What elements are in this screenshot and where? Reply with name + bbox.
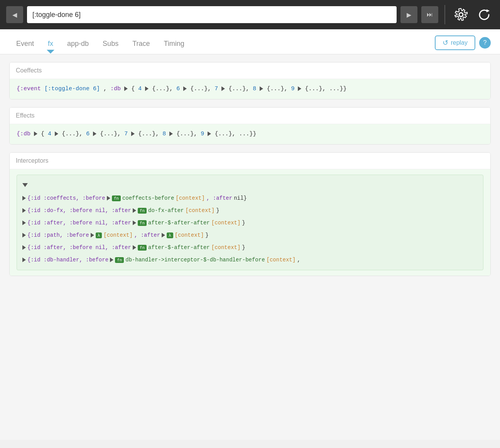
interceptor-4-before-expand[interactable] [91,233,94,237]
effects-7-expand[interactable] [131,131,135,136]
interceptor-6-before-expand[interactable] [110,258,113,262]
effects-header: Effects [10,108,490,124]
coeffects-body: {:event [:toggle-done 6] , :db { 4 {...}… [10,79,490,99]
interceptor-4-expand[interactable] [22,233,26,237]
tab-actions: ↺ replay ? [435,35,491,54]
effects-4-dots: {...}, [62,131,86,137]
content-area: Coeffects {:event [:toggle-done 6] , :db… [0,54,500,440]
interceptor-4-id: {:id :path, :before [27,232,89,238]
coeffects-6-dots: {...}, [190,86,215,92]
coeffects-4-expand[interactable] [145,86,149,91]
interceptor-1-before-expand[interactable] [107,196,110,200]
main-content: Event fx app-db Subs Trace Timing ↺ repl… [0,29,500,440]
interceptor-6-context: [context] [267,257,296,263]
toolbar-divider [444,5,445,24]
interceptor-6-expand[interactable] [22,258,26,262]
coeffects-7-dots: {...}, [228,86,253,92]
tabs-bar: Event fx app-db Subs Trace Timing ↺ repl… [0,29,500,54]
coeffects-9-expand[interactable] [298,86,301,91]
interceptor-3-after-expand[interactable] [133,221,136,225]
effects-4-expand[interactable] [55,131,58,136]
interceptors-collapse-icon[interactable] [22,183,28,187]
interceptor-2-expand[interactable] [22,208,26,213]
refresh-button[interactable] [475,5,494,24]
interceptor-2-fn-badge: fn [138,208,147,214]
effects-8-dots: {...}, [176,131,201,137]
interceptor-4-lambda2-badge: λ [167,232,173,238]
interceptor-4-close: } [205,232,208,238]
effects-9-expand[interactable] [208,131,211,136]
interceptor-row-2: {:id :do-fx, :before nil, :after fn do-f… [22,204,478,217]
event-input[interactable] [27,6,397,23]
interceptor-2-close: } [216,207,219,214]
interceptor-1-after: , :after [206,195,232,201]
coeffects-6-expand[interactable] [183,86,187,91]
coeffects-toggle-done: [:toggle-done 6] [44,86,100,92]
interceptor-4-after-kw: , :after [134,232,160,238]
effects-8-expand[interactable] [169,131,173,136]
interceptor-2-after-expand[interactable] [133,208,136,213]
tab-timing[interactable]: Timing [157,37,191,53]
coeffects-8-dots: {...}, [267,86,291,92]
tab-trace[interactable]: Trace [125,37,157,53]
coeffects-key-db: :db [110,86,121,92]
tab-subs[interactable]: Subs [96,37,125,53]
interceptors-header: Interceptors [10,153,490,169]
effects-body: {:db { 4 {...}, 6 {...}, 7 {...}, 8 {...… [10,124,490,144]
interceptor-6-id: {:id :db-handler, :before [27,257,108,263]
effects-9-dots: {...}, ...}} [215,131,256,137]
interceptor-1-id: {:id :coeffects, :before [27,195,105,201]
interceptor-4-context2: [context] [175,232,204,238]
interceptor-6-comma: , [297,257,300,263]
coeffects-8-expand[interactable] [260,86,263,91]
interceptor-3-expand[interactable] [22,221,26,225]
effects-6: 6 [86,131,90,137]
svg-marker-1 [486,9,490,12]
coeffects-header: Coeffects [10,62,490,79]
coeffects-panel: Coeffects {:event [:toggle-done 6] , :db… [9,62,491,99]
effects-panel: Effects {:db { 4 {...}, 6 {...}, 7 {...}… [9,107,491,145]
replay-button[interactable]: ↺ replay [435,35,475,50]
interceptor-5-expand[interactable] [22,245,26,250]
interceptor-1-expand[interactable] [22,196,26,200]
coeffects-comma: , [103,86,110,92]
interceptor-3-id: {:id :after, :before nil, :after [27,220,131,226]
effects-6-expand[interactable] [93,131,96,136]
effects-7: 7 [124,131,128,137]
interceptor-2-context: [context] [186,207,215,214]
effects-8: 8 [162,131,166,137]
play-button[interactable]: ▶ [400,6,417,23]
back-button[interactable]: ◀ [6,6,23,23]
interceptor-5-after-expand[interactable] [133,245,136,250]
interceptor-2-id: {:id :do-fx, :before nil, :after [27,207,131,214]
tab-fx[interactable]: fx [41,37,60,53]
toolbar: ◀ ▶ ⏭ [0,0,500,29]
interceptor-3-close: } [242,220,245,226]
interceptor-row-4: {:id :path, :before λ [context] , :after… [22,229,478,241]
coeffects-9: 9 [291,86,294,92]
interceptor-row-5: {:id :after, :before nil, :after fn afte… [22,241,478,254]
interceptors-list: {:id :coeffects, :before fn coeffects-be… [17,175,483,270]
coeffects-brace: { [131,86,135,92]
interceptor-1-fn-badge: fn [112,195,121,201]
svg-point-0 [459,13,463,17]
interceptor-6-fn-name: db-handler->interceptor-$-db-handler-bef… [125,257,265,263]
interceptor-4-after-expand[interactable] [162,233,165,237]
coeffects-6: 6 [176,86,180,92]
interceptor-3-fn-name: after-$-after-after [148,220,210,226]
interceptor-6-fn-badge: fn [115,257,124,263]
interceptor-1-nil: nil} [234,195,247,201]
tab-event[interactable]: Event [9,37,41,53]
refresh-icon [477,8,491,22]
interceptor-3-context: [context] [211,220,241,226]
coeffects-7-expand[interactable] [221,86,225,91]
effects-brace: { [41,131,44,137]
effects-9: 9 [201,131,204,137]
effects-db-expand[interactable] [34,131,37,136]
tab-app-db[interactable]: app-db [60,37,96,53]
settings-button[interactable] [451,5,471,24]
help-button[interactable]: ? [479,37,491,49]
skip-button[interactable]: ⏭ [421,6,438,23]
interceptors-expand-toggle[interactable] [22,179,478,192]
coeffects-db-expand[interactable] [124,86,128,91]
